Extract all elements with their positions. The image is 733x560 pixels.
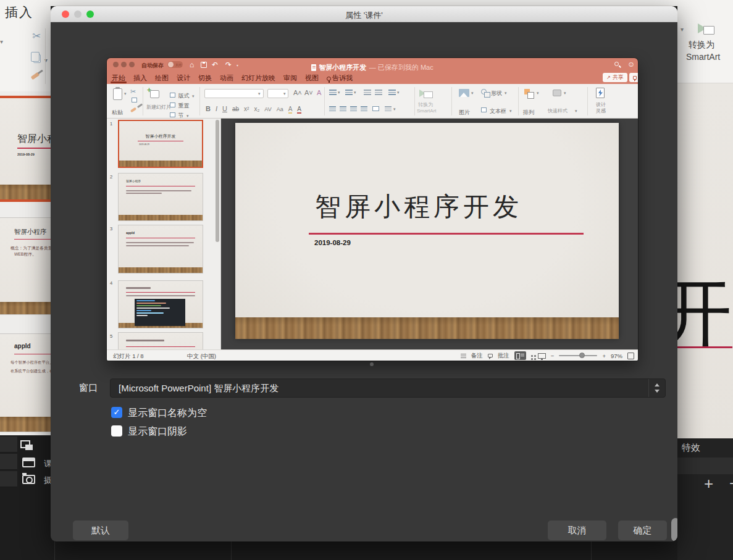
font-name-combobox	[204, 89, 264, 98]
thumb3-title: appId	[126, 231, 135, 235]
thumb-number: 3	[110, 226, 112, 232]
italic-button: I	[216, 105, 217, 112]
bg-ppt-slide-right: 开	[677, 83, 733, 438]
obs-effects-label: 特效	[682, 442, 700, 454]
thumbnail-scrollbar	[216, 120, 219, 242]
comment-icon	[633, 76, 637, 80]
strikethrough-button: ab	[232, 106, 239, 112]
search-icon	[614, 62, 619, 66]
checkbox-empty-window-names-label[interactable]: 显示窗口名称为空	[128, 407, 207, 420]
obs-transition-select[interactable]	[677, 458, 733, 474]
chevron-down-icon: ▾	[575, 109, 577, 114]
chevron-down-icon: ▾	[505, 91, 507, 96]
cut-icon[interactable]: ✂	[32, 30, 41, 43]
preview-ribbon: ▾ 粘贴 ✂ 新建幻灯片 版式 ▾ 重置 节 ▾ ▾ ▾	[107, 84, 638, 119]
divider	[324, 87, 325, 115]
obs-source-cell[interactable]	[0, 471, 17, 487]
subscript-button: x₂	[254, 106, 259, 112]
obs-source-cell[interactable]	[0, 437, 17, 453]
chevron-down-icon	[655, 390, 660, 393]
bullets-icon	[329, 90, 337, 95]
checkbox-window-shadow-label[interactable]: 显示窗口阴影	[128, 425, 187, 438]
window-select-stepper[interactable]	[648, 379, 665, 397]
ok-button[interactable]: 确定	[618, 520, 667, 540]
preview-main-slide: 智屏小程序开发 2019-08-29	[235, 123, 619, 339]
scene-collection-icon[interactable]	[20, 440, 33, 450]
bg-tab-insert[interactable]: 插入	[5, 4, 33, 21]
slide-thumb-2: 智屏小程序	[118, 173, 203, 221]
chevron-down-icon: ▾	[509, 109, 512, 114]
bg-ppt-thumbnail-panel: 智屏小程序开发 2019-08-29 智屏小程序 概念：为了满足各类复杂的 WE…	[0, 91, 51, 435]
zoom-out-icon: −	[551, 353, 555, 359]
thumb5-titlebar	[126, 340, 164, 341]
defaults-button[interactable]: 默认	[73, 520, 128, 540]
format-painter-icon[interactable]	[31, 72, 40, 80]
dialog-titlebar[interactable]: 属性 '课件'	[51, 6, 677, 22]
smartart-icon[interactable]	[698, 22, 713, 35]
underline-button: U	[222, 105, 227, 112]
obs-source-cell[interactable]	[0, 454, 17, 470]
check-icon: ✓	[114, 407, 120, 417]
copy-icon[interactable]	[33, 54, 41, 63]
thumb5-underline	[126, 346, 195, 347]
chevron-down-icon: ▾	[471, 91, 474, 96]
lightbulb-icon	[327, 77, 331, 81]
bg-slide2-title: 智屏小程序	[14, 228, 47, 236]
preview-content: 1 智屏小程序开发 2019-08-29 2 智屏小程序	[107, 119, 638, 349]
tab-insert: 插入	[133, 72, 147, 84]
scrollbar-thumb[interactable]	[671, 518, 677, 541]
quick-styles-icon	[553, 90, 561, 96]
checkbox-empty-window-names[interactable]: ✓	[111, 407, 122, 418]
slide-sorter-icon	[531, 355, 533, 357]
camera-icon[interactable]	[22, 475, 35, 484]
chevron-down-icon: ▾	[564, 91, 566, 96]
tab-animations: 动画	[220, 72, 233, 84]
window-select-value: [Microsoft PowerPoint] 智屏小程序开发	[119, 383, 279, 393]
textbox-icon	[481, 107, 487, 112]
decrease-indent-icon	[364, 90, 371, 95]
thumb2-bodybar	[126, 190, 191, 191]
new-slide-icon	[150, 90, 159, 98]
thumb4-bodybar	[126, 295, 195, 296]
chevron-down-icon[interactable]: ▾	[0, 38, 3, 45]
checkbox-window-shadow[interactable]	[111, 425, 122, 437]
cut-icon: ✂	[130, 88, 136, 96]
chevron-down-icon: ▾	[338, 90, 340, 95]
normal-view-button	[514, 351, 526, 360]
divider	[591, 541, 592, 560]
align-right-icon	[350, 106, 357, 111]
align-left-icon	[329, 106, 336, 111]
add-button[interactable]: +	[704, 474, 713, 493]
preview-ppt-titlebar: 自动保存 关闭 ⌂ ↶ ↷ ▾ 智屏小程序开发 — 已保存到我的 Mac ☺	[107, 58, 638, 72]
bg-smartart-label-1[interactable]: 转换为	[689, 40, 714, 51]
bg-smartart-label-2[interactable]: SmartArt	[686, 52, 720, 62]
remove-button[interactable]: −	[729, 474, 733, 493]
window-select[interactable]: [Microsoft PowerPoint] 智屏小程序开发	[110, 378, 666, 398]
quick-styles-label: 快速样式	[548, 109, 568, 114]
thumb2-bodybar	[126, 193, 162, 194]
slide-title-underline	[309, 233, 584, 235]
notes-icon	[461, 354, 466, 358]
share-icon: ↗	[606, 75, 611, 80]
thumb3-underline	[126, 238, 195, 238]
slide-thumb-1: 智屏小程序开发 2019-08-29	[118, 120, 203, 168]
thumb3-bodybar	[126, 242, 194, 243]
chevron-down-icon[interactable]: ▾	[681, 26, 684, 33]
obs-source-label[interactable]: 课	[44, 458, 51, 469]
thumb-number: 4	[110, 280, 112, 286]
paste-icon	[113, 88, 122, 100]
obs-source-label[interactable]: 摄	[44, 475, 51, 486]
preview-doc-title: 智屏小程序开发	[319, 64, 366, 71]
cancel-button[interactable]: 取消	[548, 520, 606, 540]
preview-resize-handle[interactable]	[370, 362, 374, 366]
window-capture-icon[interactable]	[22, 458, 35, 467]
to-smartart-label-2: SmartArt	[417, 109, 437, 114]
divider	[199, 87, 200, 115]
chevron-down-icon: ▾	[258, 91, 261, 96]
design-ideas-icon	[596, 88, 605, 98]
thumb2-wood	[119, 215, 203, 220]
char-spacing-button: AV	[264, 106, 271, 112]
slide-counter: 幻灯片 1 / 8	[113, 353, 144, 361]
chevron-down-icon: ▾	[397, 90, 400, 95]
design-ideas-label-1: 设计	[596, 102, 606, 107]
